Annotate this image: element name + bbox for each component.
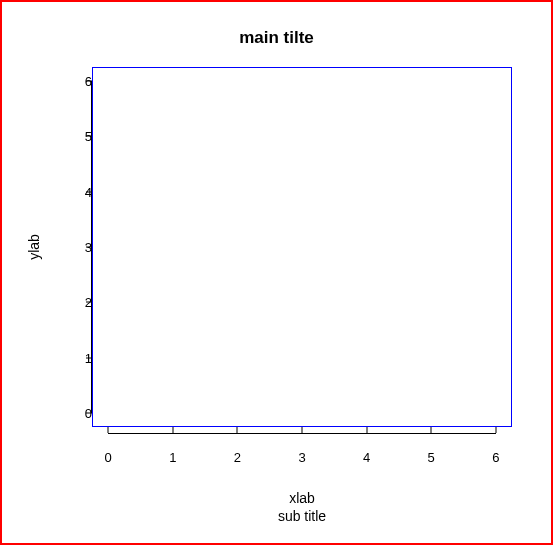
x-tick-label: 5 (428, 450, 435, 465)
plot-region (92, 67, 512, 427)
y-axis-label-text: ylab (26, 234, 42, 260)
chart-frame: main tilte ylab xlab sub title 012345601… (0, 0, 553, 545)
x-tick-label: 6 (492, 450, 499, 465)
x-tick-label: 2 (234, 450, 241, 465)
x-axis-label: xlab (92, 490, 512, 506)
x-tick-label: 4 (363, 450, 370, 465)
y-axis-label: ylab (26, 67, 41, 427)
x-tick-label: 3 (298, 450, 305, 465)
chart-subtitle: sub title (92, 508, 512, 524)
x-tick-label: 1 (169, 450, 176, 465)
chart-title: main tilte (2, 28, 551, 48)
x-tick-label: 0 (105, 450, 112, 465)
x-axis-line (108, 433, 496, 434)
y-axis-line (91, 81, 92, 413)
